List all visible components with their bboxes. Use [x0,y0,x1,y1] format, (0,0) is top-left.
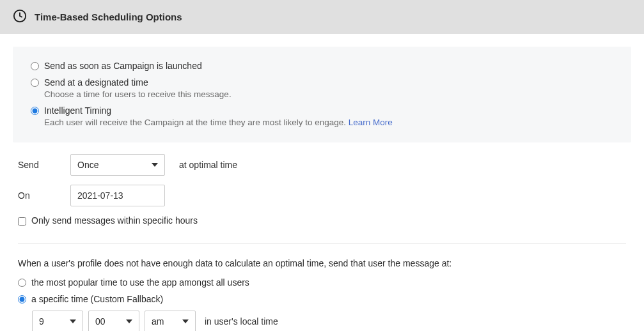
fallback-hour-value: 9 [39,316,44,327]
content-area: Send as soon as Campaign is launched Sen… [0,34,644,331]
schedule-type-panel: Send as soon as Campaign is launched Sen… [13,47,631,142]
chevron-down-icon [70,319,76,323]
fallback-custom-label: a specific time (Custom Fallback) [31,294,163,304]
fallback-ampm-value: am [152,316,164,327]
radio-intelligent-timing[interactable] [31,107,39,115]
fallback-prompt: When a user's profile does not have enou… [18,258,626,268]
frequency-value: Once [77,160,98,170]
fallback-minute-select[interactable]: 00 [88,311,139,331]
chevron-down-icon [182,319,189,323]
radio-sub-designated: Choose a time for users to receive this … [44,89,232,99]
radio-fallback-popular[interactable] [18,279,26,287]
on-label: On [18,190,70,201]
section-header: Time-Based Scheduling Options [0,0,644,34]
specific-hours-checkbox[interactable] [18,217,26,226]
radio-label-intelligent: Intelligent Timing [44,105,393,116]
chevron-down-icon [152,163,158,167]
fallback-options: the most popular time to use the app amo… [18,277,626,331]
frequency-suffix: at optimal time [179,160,237,170]
divider [18,243,626,244]
send-config-area: Send Once at optimal time On Only send m… [13,142,631,331]
clock-icon [13,9,27,25]
fallback-popular-label: the most popular time to use the app amo… [31,277,249,288]
specific-hours-label: Only send messages within specific hours [31,215,198,226]
fallback-tz-label: in user's local time [205,316,278,327]
radio-label-immediately: Send as soon as Campaign is launched [44,61,202,71]
radio-sub-intelligent: Each user will receive the Campaign at t… [44,118,393,127]
radio-fallback-custom[interactable] [18,295,26,304]
radio-send-immediately[interactable] [31,62,39,70]
date-input[interactable] [70,185,165,206]
section-title: Time-Based Scheduling Options [35,12,182,22]
frequency-select[interactable]: Once [70,154,165,176]
fallback-hour-select[interactable]: 9 [32,311,83,331]
fallback-ampm-select[interactable]: am [145,311,196,331]
learn-more-link[interactable]: Learn More [349,118,393,127]
radio-label-designated: Send at a designated time [44,77,232,88]
chevron-down-icon [126,319,132,323]
radio-send-designated[interactable] [31,79,39,87]
send-label: Send [18,160,70,170]
fallback-minute-value: 00 [95,316,106,327]
